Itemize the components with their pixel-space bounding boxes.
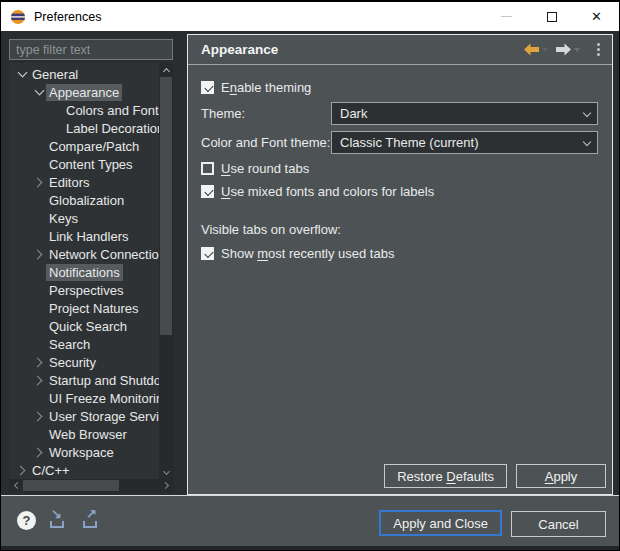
chevron-collapsed-icon[interactable]: [32, 409, 46, 423]
chevron-down-icon: [583, 109, 591, 117]
tree-item-label: Label Decorations: [63, 120, 159, 137]
tree-item-label: UI Freeze Monitoring: [46, 390, 159, 407]
import-preferences-icon[interactable]: ↘: [48, 510, 69, 530]
tree-item-network-connections[interactable]: Network Connections: [9, 245, 159, 263]
tree-item-label: Perspectives: [46, 282, 126, 299]
panel-body: Enable theming Theme: Dark Color and Fon…: [188, 65, 612, 262]
theme-select[interactable]: Dark: [331, 102, 598, 125]
color-font-theme-label: Color and Font theme:: [201, 135, 331, 150]
forward-history-dropdown-icon[interactable]: [574, 48, 580, 52]
color-font-theme-selected-value: Classic Theme (current): [340, 135, 478, 150]
theme-label: Theme:: [201, 106, 331, 121]
minimize-button[interactable]: [484, 2, 529, 31]
tree-item-appearance[interactable]: Appearance: [9, 83, 159, 101]
tree-item-web-browser[interactable]: Web Browser: [9, 425, 159, 443]
back-button[interactable]: [521, 41, 550, 58]
chevron-collapsed-icon[interactable]: [32, 175, 46, 189]
use-mixed-fonts-label: Use mixed fonts and colors for labels: [221, 184, 434, 199]
tree-item-quick-search[interactable]: Quick Search: [9, 317, 159, 335]
horizontal-scroll-thumb[interactable]: [23, 480, 119, 491]
apply-and-close-button[interactable]: Apply and Close: [379, 510, 502, 536]
chevron-expanded-icon[interactable]: [15, 67, 29, 81]
tree-item-editors[interactable]: Editors: [9, 173, 159, 191]
help-icon[interactable]: ?: [17, 511, 36, 530]
tree-item-label: Link Handlers: [46, 228, 132, 245]
scroll-right-button[interactable]: [160, 479, 173, 492]
tree-horizontal-scrollbar[interactable]: [9, 479, 173, 492]
view-menu-icon[interactable]: [593, 41, 604, 58]
tree-item-label: Content Types: [46, 156, 136, 173]
forward-arrow-icon: [555, 43, 572, 56]
tree-item-keys[interactable]: Keys: [9, 209, 159, 227]
back-history-dropdown-icon[interactable]: [542, 48, 548, 52]
tree-item-globalization[interactable]: Globalization: [9, 191, 159, 209]
window-bottom-edge: [1, 546, 619, 551]
chevron-collapsed-icon[interactable]: [32, 445, 46, 459]
vertical-scroll-thumb[interactable]: [160, 77, 172, 335]
window-title: Preferences: [34, 10, 101, 24]
tree-rows: GeneralAppearanceColors and FontsLabel D…: [9, 65, 159, 479]
page-title: Appearance: [201, 42, 278, 57]
filter-input[interactable]: [9, 39, 173, 60]
settings-panel: Appearance En: [187, 34, 613, 495]
close-button[interactable]: ✕: [574, 2, 619, 31]
tree-item-workspace[interactable]: Workspace: [9, 443, 159, 461]
tree-item-label: Appearance: [46, 84, 122, 101]
tree-item-compare-patch[interactable]: Compare/Patch: [9, 137, 159, 155]
tree-item-c-c[interactable]: C/C++: [9, 461, 159, 479]
tree-item-general[interactable]: General: [9, 65, 159, 83]
tree-item-label-decorations[interactable]: Label Decorations: [9, 119, 159, 137]
tree-item-label: Search: [46, 336, 93, 353]
tree-item-perspectives[interactable]: Perspectives: [9, 281, 159, 299]
color-font-theme-select[interactable]: Classic Theme (current): [331, 131, 598, 154]
footer-bar: ? ↘ ↗ Apply and Close Cancel: [1, 496, 619, 546]
maximize-button[interactable]: [529, 2, 574, 31]
export-preferences-icon[interactable]: ↗: [81, 510, 102, 530]
tree-item-link-handlers[interactable]: Link Handlers: [9, 227, 159, 245]
tree-item-content-types[interactable]: Content Types: [9, 155, 159, 173]
chevron-collapsed-icon[interactable]: [32, 373, 46, 387]
show-mru-tabs-checkbox[interactable]: Show most recently used tabs: [201, 245, 598, 262]
tree-item-project-natures[interactable]: Project Natures: [9, 299, 159, 317]
use-round-tabs-checkbox[interactable]: Use round tabs: [201, 160, 598, 177]
tree-item-search[interactable]: Search: [9, 335, 159, 353]
chevron-collapsed-icon[interactable]: [32, 247, 46, 261]
minimize-icon: [501, 16, 512, 17]
tree-item-security[interactable]: Security: [9, 353, 159, 371]
tree-item-label: Quick Search: [46, 318, 130, 335]
tree-item-label: Startup and Shutdown: [46, 372, 159, 389]
chevron-left-icon: [13, 482, 20, 489]
back-arrow-icon: [523, 43, 540, 56]
tree-item-startup-and-shutdown[interactable]: Startup and Shutdown: [9, 371, 159, 389]
scroll-left-button[interactable]: [9, 479, 22, 492]
apply-button[interactable]: Apply: [516, 464, 606, 488]
tree-item-label: Colors and Fonts: [63, 102, 159, 119]
scroll-down-button[interactable]: [159, 465, 173, 479]
tree-item-label: Project Natures: [46, 300, 142, 317]
maximize-icon: [547, 12, 557, 22]
preferences-window: Preferences ✕ GeneralAppearanceColors an…: [0, 0, 620, 551]
tree-item-user-storage-service[interactable]: User Storage Service: [9, 407, 159, 425]
cancel-button[interactable]: Cancel: [511, 511, 606, 537]
tree-item-label: Globalization: [46, 192, 127, 209]
tree-item-ui-freeze-monitoring[interactable]: UI Freeze Monitoring: [9, 389, 159, 407]
checkbox-box-icon: [201, 185, 214, 198]
enable-theming-checkbox[interactable]: Enable theming: [201, 79, 598, 96]
chevron-right-icon: [162, 482, 169, 489]
chevron-expanded-icon[interactable]: [32, 85, 46, 99]
tree-item-colors-and-fonts[interactable]: Colors and Fonts: [9, 101, 159, 119]
use-mixed-fonts-checkbox[interactable]: Use mixed fonts and colors for labels: [201, 183, 598, 200]
tree-item-label: User Storage Service: [46, 408, 159, 425]
chevron-down-icon: [583, 138, 591, 146]
restore-defaults-button[interactable]: Restore Defaults: [384, 464, 507, 488]
chevron-collapsed-icon[interactable]: [15, 463, 29, 477]
chevron-down-icon: [162, 467, 169, 474]
tree-item-label: Notifications: [46, 264, 123, 281]
chevron-collapsed-icon[interactable]: [32, 355, 46, 369]
tree-item-notifications[interactable]: Notifications: [9, 263, 159, 281]
tree-item-label: Keys: [46, 210, 81, 227]
forward-button[interactable]: [553, 41, 582, 58]
scroll-up-button[interactable]: [159, 63, 173, 77]
use-round-tabs-label: Use round tabs: [221, 161, 309, 176]
tree-vertical-scrollbar[interactable]: [159, 63, 173, 479]
